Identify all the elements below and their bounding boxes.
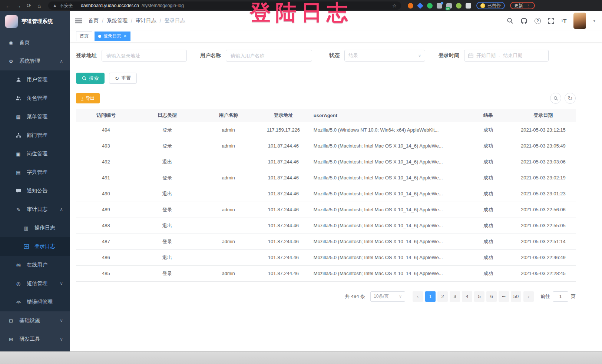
bookmark-star-icon[interactable]: ☆ <box>392 3 397 9</box>
sidebar-item-在线用户[interactable]: (w)在线用户 <box>0 256 70 274</box>
refresh-table-button[interactable]: ↻ <box>565 93 576 104</box>
table-row[interactable]: 493登录admin101.87.244.46Mozilla/5.0 (Maci… <box>76 138 576 154</box>
sprout-extension-icon[interactable] <box>456 3 462 9</box>
next-page-button[interactable]: › <box>523 291 534 302</box>
fontsize-icon[interactable]: TT <box>561 18 567 24</box>
cell-访问编号: 494 <box>76 122 136 138</box>
table-row[interactable]: 491登录admin101.87.244.46Mozilla/5.0 (Maci… <box>76 170 576 186</box>
sidebar-item-字典管理[interactable]: ▤字典管理 <box>0 163 70 182</box>
username-input[interactable] <box>226 50 312 62</box>
sidebar-item-基础设施[interactable]: ⊡基础设施∨ <box>0 311 70 330</box>
sidebar-item-岗位管理[interactable]: ▣岗位管理 <box>0 145 70 163</box>
sidebar-item-操作日志[interactable]: ▥操作日志 <box>0 219 70 237</box>
cell-用户名称: admin <box>198 202 258 218</box>
page-ellipsis[interactable]: ••• <box>499 291 509 302</box>
sidebar-item-菜单管理[interactable]: ▦菜单管理 <box>0 107 70 126</box>
table-row[interactable]: 492退出101.87.244.46Mozilla/5.0 (Macintosh… <box>76 154 576 170</box>
message-icon <box>15 188 22 193</box>
page-size-select[interactable]: 10条/页 ∨ <box>370 291 405 302</box>
sidebar-item-label: 审计日志 <box>27 206 47 213</box>
caret-down-icon[interactable]: ▾ <box>593 19 595 23</box>
cell-userAgent: Mozilla/5.0 (Macintosh; Intel Mac OS X 1… <box>308 218 466 234</box>
back-icon[interactable]: ← <box>4 1 13 10</box>
table-row[interactable]: 490退出101.87.244.46Mozilla/5.0 (Macintosh… <box>76 186 576 202</box>
page-button-2[interactable]: 2 <box>437 291 448 302</box>
status-select[interactable]: 结果 ∨ <box>344 50 425 62</box>
table-row[interactable]: 487登录admin101.87.244.46Mozilla/5.0 (Maci… <box>76 234 576 249</box>
sidebar-item-研发工具[interactable]: ⊞研发工具∨ <box>0 330 70 348</box>
home-icon[interactable]: ⌂ <box>35 1 44 10</box>
goto-page-input[interactable] <box>553 291 568 302</box>
puzzle-extension-icon[interactable] <box>466 3 471 9</box>
gem-extension-icon[interactable] <box>417 3 423 9</box>
page-button-5[interactable]: 5 <box>474 291 484 302</box>
grid-extension-icon[interactable] <box>437 3 442 9</box>
github-icon[interactable] <box>520 17 527 24</box>
cell-日志类型: 退出 <box>136 186 199 202</box>
search-button[interactable]: 搜索 <box>76 73 105 84</box>
sidebar-item-系统管理[interactable]: ⚙系统管理∧ <box>0 52 70 70</box>
export-button[interactable]: ↓ 导出 <box>76 93 100 103</box>
table-row[interactable]: 489登录admin101.87.244.46Mozilla/5.0 (Maci… <box>76 202 576 218</box>
orange-extension-icon[interactable] <box>408 3 413 9</box>
update-button[interactable]: 更新 ⋮ <box>510 2 535 9</box>
tag-home[interactable]: 首页 <box>76 32 92 41</box>
sidebar-logo[interactable]: 芋道管理系统 <box>0 11 70 32</box>
sidebar-item-label: 菜单管理 <box>27 113 47 120</box>
reload-icon[interactable]: ⟳ <box>24 1 33 10</box>
table-row[interactable]: 488退出101.87.244.46Mozilla/5.0 (Macintosh… <box>76 218 576 234</box>
date-range-picker[interactable]: 开始日期 - 结束日期 <box>464 50 549 62</box>
chevron-down-icon: ∨ <box>60 337 63 342</box>
cell-登录地址: 101.87.244.46 <box>258 138 308 154</box>
page-button-3[interactable]: 3 <box>450 291 460 302</box>
cell-日志类型: 退出 <box>136 154 199 170</box>
sidebar-item-通知公告[interactable]: 通知公告 <box>0 182 70 200</box>
table-row[interactable]: 494登录admin117.159.17.226Mozilla/5.0 (Win… <box>76 122 576 138</box>
page-button-50[interactable]: 50 <box>511 291 521 302</box>
refresh-icon: ↻ <box>115 76 119 81</box>
close-icon[interactable]: ✕ <box>123 34 127 39</box>
time-filter-label: 登录时间 <box>439 52 459 59</box>
cell-登录日期: 2021-05-03 22:46:49 <box>511 249 576 265</box>
breadcrumb-item[interactable]: 系统管理 <box>107 17 128 24</box>
sidebar-item-登录日志[interactable]: 登录日志 <box>0 237 70 256</box>
sidebar-item-首页[interactable]: ◉首页 <box>0 33 70 52</box>
cell-用户名称: admin <box>198 122 258 138</box>
sidebar-item-用户管理[interactable]: 用户管理 <box>0 70 70 89</box>
address-bar[interactable]: ▲ 不安全 dashboard.yudao.iocoder.cn/system/… <box>48 1 401 10</box>
search-icon <box>553 96 558 101</box>
sidebar-item-部门管理[interactable]: 部门管理 <box>0 126 70 145</box>
forward-icon[interactable]: → <box>14 1 23 10</box>
page-button-4[interactable]: 4 <box>462 291 472 302</box>
heart-extension-icon[interactable] <box>427 3 433 9</box>
address-input[interactable] <box>102 50 187 62</box>
hamburger-icon[interactable] <box>75 18 82 24</box>
table-row[interactable]: 486退出101.87.244.46Mozilla/5.0 (Macintosh… <box>76 249 576 265</box>
sidebar-item-审计日志[interactable]: ✎审计日志∧ <box>0 200 70 219</box>
table-row[interactable]: 485登录admin101.87.244.46Mozilla/5.0 (Maci… <box>76 265 576 281</box>
fullscreen-icon[interactable] <box>548 18 554 24</box>
tree-icon <box>15 133 22 138</box>
paused-pill[interactable]: 已暂停 <box>476 2 505 9</box>
breadcrumb-item[interactable]: 首页 <box>88 17 99 24</box>
breadcrumb-item[interactable]: 审计日志 <box>136 17 156 24</box>
sidebar-item-错误码管理[interactable]: </>错误码管理 <box>0 293 70 311</box>
tag-login-log[interactable]: 登录日志 ✕ <box>95 32 130 41</box>
browser-menu-icon[interactable]: ⋮ <box>526 3 531 8</box>
paused-label: 已暂停 <box>487 3 501 9</box>
help-icon[interactable]: ? <box>535 18 541 24</box>
sidebar-item-短信管理[interactable]: ◎短信管理∨ <box>0 274 70 293</box>
user-avatar[interactable] <box>573 13 586 29</box>
toggle-search-button[interactable] <box>550 93 561 104</box>
reset-button[interactable]: ↻ 重置 <box>109 73 137 84</box>
prev-page-button[interactable]: ‹ <box>413 291 423 302</box>
page-button-1[interactable]: 1 <box>425 291 436 302</box>
logo-avatar <box>5 15 18 28</box>
gear-icon: ⚙ <box>8 59 14 64</box>
search-icon[interactable] <box>507 17 513 24</box>
page-button-6[interactable]: 6 <box>486 291 497 302</box>
url-domain: dashboard.yudao.iocoder.cn <box>81 3 139 8</box>
cell-登录日期: 2021-05-03 22:28:45 <box>511 265 576 281</box>
sidebar-item-角色管理[interactable]: 角色管理 <box>0 89 70 107</box>
list-extension-icon[interactable]: on <box>446 3 452 9</box>
